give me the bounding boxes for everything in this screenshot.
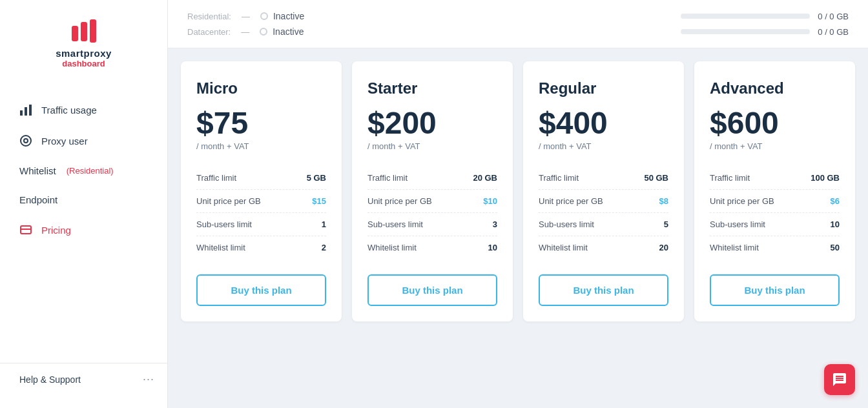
residential-label: Residential:	[187, 12, 231, 21]
feature-value: $15	[312, 196, 326, 206]
residential-usage: 0 / 0 GB	[818, 12, 849, 21]
plan-feature-row: Unit price per GB $6	[710, 190, 840, 213]
plan-feature-row: Whitelist limit 20	[539, 236, 668, 259]
svg-rect-1	[25, 107, 27, 116]
feature-value: $10	[483, 196, 497, 206]
plan-features-regular: Traffic limit 50 GB Unit price per GB $8…	[539, 167, 668, 259]
pricing-icon	[19, 223, 32, 236]
plans-grid: Micro $75 / month + VAT Traffic limit 5 …	[181, 61, 855, 321]
sidebar-item-proxy-user[interactable]: Proxy user	[0, 125, 167, 156]
plan-feature-row: Whitelist limit 2	[196, 236, 326, 259]
feature-value: 50 GB	[644, 173, 668, 183]
sidebar-item-label: Pricing	[41, 225, 71, 236]
sidebar: smartproxy dashboard Traffic usage Proxy	[0, 0, 168, 408]
feature-label: Traffic limit	[367, 173, 408, 183]
feature-label: Traffic limit	[710, 173, 750, 183]
plans-area: Micro $75 / month + VAT Traffic limit 5 …	[168, 48, 868, 408]
help-support-label: Help & Support	[19, 374, 81, 385]
feature-value: 20 GB	[473, 173, 497, 183]
residential-sep: —	[242, 12, 250, 21]
feature-label: Whitelist limit	[196, 243, 245, 252]
logo-text-top: smartproxy	[56, 48, 112, 59]
plan-period-micro: / month + VAT	[196, 141, 326, 151]
logo-bar-2	[81, 22, 87, 41]
feature-label: Unit price per GB	[196, 196, 261, 206]
buy-button-advanced[interactable]: Buy this plan	[710, 274, 840, 306]
feature-value: 5	[664, 219, 668, 229]
plan-card-starter: Starter $200 / month + VAT Traffic limit…	[352, 61, 513, 321]
residential-progress-section: 0 / 0 GB	[681, 12, 849, 21]
sidebar-item-endpoint[interactable]: Endpoint	[0, 185, 167, 214]
residential-progress-bar	[681, 14, 810, 19]
feature-value: $6	[831, 196, 840, 206]
plan-price-micro: $75	[196, 108, 326, 139]
sidebar-item-traffic-usage[interactable]: Traffic usage	[0, 94, 167, 125]
chat-button[interactable]	[824, 364, 855, 395]
proxy-icon	[19, 134, 32, 147]
feature-value: 2	[322, 243, 326, 252]
logo-bar-1	[72, 26, 78, 41]
residential-status-dot	[260, 12, 268, 20]
svg-rect-2	[29, 105, 32, 116]
plan-feature-row: Unit price per GB $10	[367, 190, 497, 213]
feature-label: Unit price per GB	[710, 196, 774, 206]
plan-feature-row: Unit price per GB $8	[539, 190, 668, 213]
plan-feature-row: Traffic limit 20 GB	[367, 167, 497, 190]
plan-period-advanced: / month + VAT	[710, 141, 840, 151]
plan-period-regular: / month + VAT	[539, 141, 668, 151]
buy-button-starter[interactable]: Buy this plan	[367, 274, 497, 306]
plan-card-advanced: Advanced $600 / month + VAT Traffic limi…	[694, 61, 855, 321]
datacenter-progress-bar	[681, 29, 810, 34]
plan-feature-row: Traffic limit 100 GB	[710, 167, 840, 190]
nav-items: Traffic usage Proxy user Whitelist (Resi…	[0, 88, 167, 363]
feature-label: Traffic limit	[539, 173, 579, 183]
plan-price-advanced: $600	[710, 108, 840, 139]
sidebar-item-label: Whitelist	[19, 165, 56, 176]
feature-value: 50	[831, 243, 840, 252]
feature-value: 3	[493, 219, 497, 229]
main-content: Residential: — Inactive 0 / 0 GB Datacen…	[168, 0, 868, 408]
svg-rect-6	[21, 229, 31, 230]
svg-point-4	[24, 139, 28, 143]
help-support[interactable]: Help & Support ···	[0, 363, 167, 395]
feature-value: 20	[659, 243, 668, 252]
datacenter-status-dot	[260, 28, 267, 36]
feature-value: 1	[322, 219, 326, 229]
feature-label: Unit price per GB	[539, 196, 603, 206]
plan-name-micro: Micro	[196, 79, 326, 97]
feature-label: Sub-users limit	[539, 219, 594, 229]
plan-name-regular: Regular	[539, 79, 668, 97]
sidebar-item-pricing[interactable]: Pricing	[0, 214, 167, 245]
feature-label: Sub-users limit	[710, 219, 765, 229]
plan-price-regular: $400	[539, 108, 668, 139]
sidebar-item-whitelist[interactable]: Whitelist (Residential)	[0, 156, 167, 185]
plan-feature-row: Unit price per GB $15	[196, 190, 326, 213]
feature-label: Traffic limit	[196, 173, 236, 183]
feature-label: Sub-users limit	[196, 219, 252, 229]
plan-card-micro: Micro $75 / month + VAT Traffic limit 5 …	[181, 61, 342, 321]
plan-card-regular: Regular $400 / month + VAT Traffic limit…	[523, 61, 684, 321]
feature-label: Whitelist limit	[539, 243, 588, 252]
datacenter-status: Inactive	[260, 26, 304, 37]
feature-value: $8	[659, 196, 668, 206]
plan-feature-row: Traffic limit 5 GB	[196, 167, 326, 190]
feature-value: 10	[831, 219, 840, 229]
logo-text-bottom: dashboard	[62, 59, 105, 68]
datacenter-progress-section: 0 / 0 GB	[681, 27, 849, 37]
plan-price-starter: $200	[367, 108, 497, 139]
buy-button-regular[interactable]: Buy this plan	[539, 274, 668, 306]
plan-feature-row: Sub-users limit 5	[539, 213, 668, 236]
topbar-rows: Residential: — Inactive 0 / 0 GB Datacen…	[187, 11, 849, 37]
residential-status: Inactive	[260, 11, 304, 21]
plan-name-advanced: Advanced	[710, 79, 840, 97]
svg-point-3	[21, 136, 31, 146]
plan-features-starter: Traffic limit 20 GB Unit price per GB $1…	[367, 167, 497, 259]
buy-button-micro[interactable]: Buy this plan	[196, 274, 326, 306]
feature-value: 100 GB	[811, 173, 840, 183]
chat-icon	[832, 372, 847, 387]
datacenter-label: Datacenter:	[187, 27, 231, 37]
topbar: Residential: — Inactive 0 / 0 GB Datacen…	[168, 0, 868, 48]
residential-status-text: Inactive	[273, 11, 304, 21]
plan-feature-row: Traffic limit 50 GB	[539, 167, 668, 190]
logo-icon	[72, 19, 96, 43]
